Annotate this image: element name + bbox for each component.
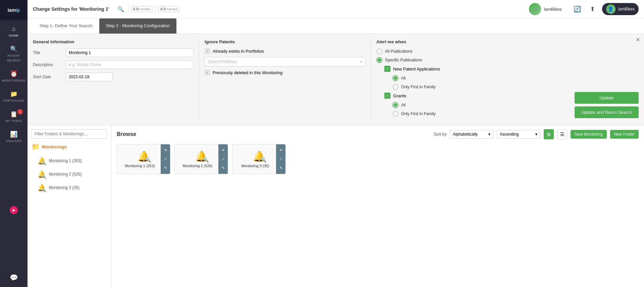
sidebar-item-monitorings[interactable]: ⏰ MONITORINGS	[0, 66, 28, 86]
new-patent-apps-row: ✓ New Patent Applications	[384, 66, 569, 72]
tree-item-m1[interactable]: 🔔 🔍 Monitoring 1 (353)	[32, 154, 107, 168]
tree-item-m2[interactable]: 🔔 🔍 Monitoring 2 (526)	[32, 168, 107, 181]
grants-row: ✓ Grants	[384, 93, 569, 99]
grants-first-family-label: Only First in Family	[401, 111, 436, 116]
description-input[interactable]	[66, 60, 194, 69]
tree-item-m3-label: Monitoring 3 (35)	[49, 185, 79, 190]
new-monitoring-button[interactable]: New Monitoring	[571, 130, 606, 139]
grid-item-m2-icon: 🔔 🔍	[195, 150, 209, 162]
ab-flexible-1[interactable]: A B FLEXIBLE	[131, 6, 153, 12]
refresh-button[interactable]: 🔄	[571, 3, 583, 15]
browse-main: Browse Sort by Alphabetically ▾ Ascendin…	[111, 125, 644, 287]
sort-by-label: Sort by	[434, 132, 446, 137]
close-icon-m2[interactable]: ✕	[222, 148, 225, 152]
user-avatar: 🚲	[529, 3, 541, 15]
grid-item-m3[interactable]: 🔔 🔍 Monitoring 3 (35) ✕ ⤢ ✎	[232, 144, 286, 174]
tab-step1[interactable]: Step 1- Define Your Search	[33, 18, 99, 34]
specific-publications-row: Specific Publications	[376, 57, 569, 63]
edit-icon-m2[interactable]: ✎	[222, 166, 225, 170]
sort-by-dropdown[interactable]: Alphabetically ▾	[450, 130, 493, 139]
grid-item-m3-icon: 🔔 🔍	[253, 150, 266, 162]
sort-order-dropdown[interactable]: Ascending ▾	[497, 130, 540, 139]
share-icon-m1[interactable]: ⤢	[164, 157, 167, 161]
browse-header: Browse Sort by Alphabetically ▾ Ascendin…	[117, 129, 639, 139]
profile-avatar: 👤	[606, 4, 615, 14]
tree-monitorings-folder[interactable]: 📁 Monitorings	[32, 143, 107, 151]
sidebar-item-patent-search[interactable]: 🔍 PATENT SEARCH	[0, 41, 28, 66]
grid-item-m2-actions: ✕ ⤢ ✎	[218, 144, 228, 174]
upload-button[interactable]: ⬆	[587, 3, 599, 15]
tab-step2[interactable]: Step 2 - Monitoring Configuration	[99, 18, 177, 34]
search-icon-btn[interactable]: 🔍	[116, 4, 125, 14]
topbar-user: 🚲 IamBikes	[529, 3, 561, 15]
grid-item-m1[interactable]: 🔔 🔍 Monitoring 1 (353) ✕ ⤢ ✎	[117, 144, 170, 174]
sidebar-patent-label: PATENT	[7, 54, 20, 57]
action-buttons: Update Update and Rerun Search	[575, 39, 639, 119]
chat-button[interactable]: 💬	[10, 274, 18, 282]
sidebar-monitorings-label: MONITORINGS	[2, 79, 25, 82]
start-date-input[interactable]	[66, 73, 113, 81]
already-exists-row: ✓ Already exists in Portfolios	[205, 48, 365, 54]
alert-section-title: Alert me when	[376, 39, 569, 44]
ignore-patents-section: Ignore Patents ✓ Already exists in Portf…	[199, 39, 365, 119]
close-icon-m1[interactable]: ✕	[164, 148, 167, 152]
home-icon: ⌂	[12, 26, 16, 33]
new-patent-all-radio[interactable]	[392, 75, 398, 81]
app-logo[interactable]: iam ip	[0, 0, 28, 20]
user-name: IamBikes	[544, 7, 561, 12]
grid-item-m2[interactable]: 🔔 🔍 Monitoring 2 (526) ✕ ⤢ ✎	[174, 144, 228, 174]
new-patent-apps-checkbox[interactable]: ✓	[384, 66, 390, 72]
grants-checkbox[interactable]: ✓	[384, 93, 390, 99]
expand-sidebar-button[interactable]: ➤	[10, 206, 18, 214]
sidebar-portfolios-label: PORTFOLIOS	[3, 99, 24, 102]
specific-publications-radio[interactable]	[376, 57, 382, 63]
topbar-icons: 🔍 A B FLEXIBLE A B FLEXIBLE	[116, 4, 180, 14]
new-patent-all-dot	[394, 77, 397, 80]
grid-item-m2-name: Monitoring 2 (526)	[181, 164, 222, 168]
edit-icon-m1[interactable]: ✎	[164, 166, 167, 170]
description-row: Description	[33, 60, 194, 69]
page-title: Change Settings for 'Monitoring 1'	[33, 6, 109, 12]
tree-item-m3[interactable]: 🔔 🔍 Monitoring 3 (35)	[32, 181, 107, 194]
previously-deleted-row: ✓ Previously deleted in this Monitoring	[205, 70, 365, 75]
list-view-button[interactable]: ☰	[557, 129, 567, 139]
sidebar-item-portfolios[interactable]: 📁 PORTFOLIOS	[0, 86, 28, 106]
grants-first-family-radio[interactable]	[392, 111, 398, 117]
monitoring-icon-m1: 🔔 🔍	[37, 156, 46, 165]
close-icon-m3[interactable]: ✕	[279, 148, 282, 152]
new-patent-first-family-row: Only First in Family	[392, 84, 569, 90]
tree-filter-input[interactable]	[32, 129, 107, 139]
sidebar-item-home[interactable]: ⌂ HOME	[0, 21, 28, 41]
grants-all-radio[interactable]	[392, 102, 398, 108]
share-icon-m2[interactable]: ⤢	[222, 157, 225, 161]
profile-name: IamBikes	[618, 7, 635, 11]
update-button[interactable]: Update	[575, 92, 639, 104]
grid-item-m3-name: Monitoring 3 (35)	[240, 164, 279, 168]
all-publications-radio[interactable]	[376, 48, 382, 54]
ab-flexible-2[interactable]: A B FLEXIBLE	[158, 6, 179, 12]
new-patent-all-label: All	[401, 76, 406, 81]
grants-all-dot	[394, 103, 397, 107]
share-icon-m3[interactable]: ⤢	[279, 157, 282, 161]
sidebar-item-analysis[interactable]: 📊 ANALYSIS	[0, 127, 28, 147]
sidebar-item-tasks[interactable]: 📋 1 MY TASKS	[0, 106, 28, 127]
update-rerun-button[interactable]: Update and Rerun Search	[575, 106, 639, 118]
user-profile-button[interactable]: 👤 IamBikes	[602, 3, 639, 15]
new-patent-apps-label: New Patent Applications	[393, 66, 440, 71]
edit-icon-m3[interactable]: ✎	[279, 166, 282, 170]
monitoring-icon: ⏰	[10, 70, 17, 78]
new-patent-first-family-radio[interactable]	[392, 84, 398, 90]
previously-deleted-checkbox[interactable]: ✓	[205, 70, 210, 75]
already-exists-checkbox[interactable]: ✓	[205, 48, 210, 54]
title-input[interactable]	[66, 48, 194, 57]
tasks-icon: 📋	[10, 110, 17, 118]
new-folder-button[interactable]: New Folder	[610, 130, 639, 139]
topbar: Change Settings for 'Monitoring 1' 🔍 A B…	[28, 0, 644, 18]
sort-order-arrow-icon: ▾	[535, 132, 537, 137]
close-button[interactable]: ✕	[636, 37, 640, 43]
content-area: Step 1- Define Your Search Step 2 - Moni…	[28, 18, 644, 287]
select-portfolios-dropdown[interactable]: Select Portfolios ▾	[205, 57, 365, 66]
ignore-patents-title: Ignore Patents	[205, 39, 365, 44]
sidebar-analysis-label: ANALYSIS	[6, 139, 21, 143]
grid-view-button[interactable]: ⊞	[544, 129, 554, 139]
